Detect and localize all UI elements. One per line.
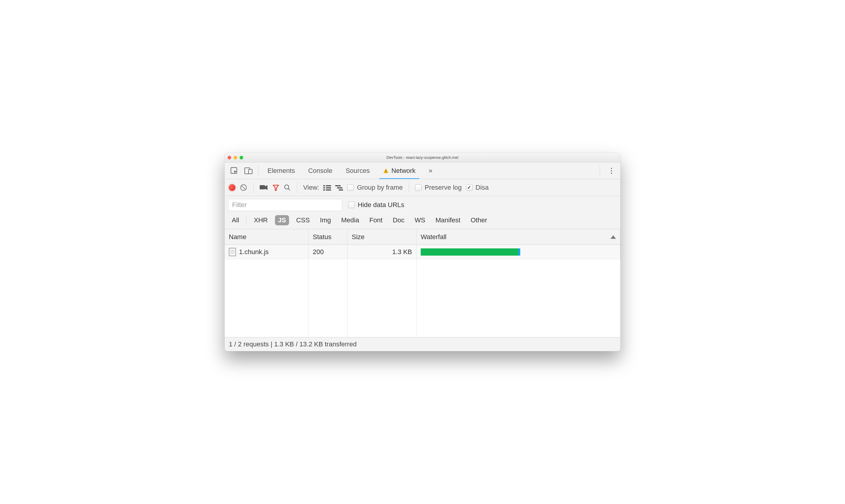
filter-chip-media[interactable]: Media	[338, 215, 362, 225]
filter-chip-font[interactable]: Font	[366, 215, 386, 225]
group-by-frame-option[interactable]: Group by frame	[347, 184, 403, 192]
waterfall-view-toggle[interactable]	[335, 184, 343, 191]
waterfall-bar-content-download	[518, 248, 520, 256]
requests-table-header: Name Status Size Waterfall	[225, 229, 620, 245]
cell-status: 200	[309, 245, 348, 259]
minimize-window-button[interactable]	[233, 156, 237, 159]
search-button[interactable]	[284, 184, 291, 191]
column-header-status[interactable]: Status	[309, 229, 348, 245]
svg-rect-13	[326, 190, 331, 191]
titlebar: DevTools - react-lazy-suspense.glitch.me…	[225, 153, 620, 162]
tab-label: Elements	[267, 167, 295, 175]
separator	[600, 165, 600, 176]
separator	[253, 182, 254, 193]
cell-name: 1.chunk.js	[225, 245, 309, 259]
separator	[297, 182, 297, 193]
tab-console[interactable]: Console	[302, 162, 338, 179]
option-label: Group by frame	[357, 184, 403, 192]
svg-rect-11	[326, 187, 331, 188]
svg-rect-15	[337, 187, 342, 188]
table-row[interactable]: 1.chunk.js 200 1.3 KB	[225, 245, 620, 259]
requests-table-empty-area	[225, 259, 620, 337]
sort-ascending-icon	[611, 235, 616, 239]
script-file-icon	[229, 248, 236, 256]
tab-label: Network	[391, 167, 416, 175]
option-label: Preserve log	[425, 184, 462, 192]
large-rows-toggle[interactable]	[323, 184, 331, 191]
filter-chip-ws[interactable]: WS	[412, 215, 428, 225]
inspect-element-icon[interactable]	[228, 164, 241, 177]
devtools-window: DevTools - react-lazy-suspense.glitch.me…	[225, 153, 620, 351]
filter-chip-css[interactable]: CSS	[293, 215, 313, 225]
filter-toggle-button[interactable]	[272, 184, 280, 191]
capture-screenshots-button[interactable]	[260, 184, 268, 191]
tab-label: Sources	[346, 167, 370, 175]
checkbox-icon	[415, 184, 422, 191]
svg-rect-10	[323, 187, 325, 188]
chevron-double-right-icon: »	[429, 167, 433, 175]
device-toggle-icon[interactable]	[242, 164, 255, 177]
filter-input[interactable]: Filter	[228, 199, 342, 211]
svg-point-7	[285, 185, 289, 189]
checkbox-icon	[348, 202, 355, 208]
svg-rect-14	[335, 185, 341, 186]
option-label: Disa	[476, 184, 489, 192]
panel-tabstrip: Elements Console Sources Network »	[225, 162, 620, 179]
option-label: Hide data URLs	[358, 201, 404, 209]
filter-bar: Filter Hide data URLs	[225, 196, 620, 213]
close-window-button[interactable]	[228, 156, 231, 159]
window-title: DevTools - react-lazy-suspense.glitch.me…	[225, 155, 620, 160]
status-summary: 1 / 2 requests | 1.3 KB / 13.2 KB transf…	[229, 340, 356, 348]
request-name: 1.chunk.js	[239, 248, 269, 256]
status-bar: 1 / 2 requests | 1.3 KB / 13.2 KB transf…	[225, 337, 620, 351]
column-header-name[interactable]: Name	[225, 229, 309, 245]
checkbox-icon	[347, 184, 354, 191]
checkbox-checked-icon	[466, 184, 473, 191]
tabs-overflow-button[interactable]: »	[423, 162, 438, 179]
filter-chip-doc[interactable]: Doc	[390, 215, 407, 225]
resource-type-filters: All XHR JS CSS Img Media Font Doc WS Man…	[225, 213, 620, 229]
separator	[258, 165, 259, 176]
hide-data-urls-option[interactable]: Hide data URLs	[348, 201, 404, 209]
svg-rect-8	[323, 185, 325, 186]
filter-chip-other[interactable]: Other	[468, 215, 490, 225]
window-controls	[228, 156, 243, 159]
tab-sources[interactable]: Sources	[339, 162, 376, 179]
cell-waterfall	[417, 245, 620, 259]
clear-button[interactable]	[240, 184, 247, 192]
svg-rect-2	[249, 169, 252, 174]
more-options-button[interactable]	[605, 165, 617, 177]
column-header-size[interactable]: Size	[348, 229, 417, 245]
filter-chip-all[interactable]: All	[229, 215, 242, 225]
tab-network[interactable]: Network	[377, 162, 422, 179]
svg-rect-9	[326, 185, 331, 186]
zoom-window-button[interactable]	[240, 156, 243, 159]
svg-rect-6	[260, 185, 265, 190]
network-toolbar: View: Group by frame Preserve log	[225, 179, 620, 196]
view-label: View:	[303, 184, 319, 192]
svg-rect-3	[386, 170, 386, 172]
filter-placeholder: Filter	[232, 201, 247, 209]
filter-chip-img[interactable]: Img	[317, 215, 334, 225]
preserve-log-option[interactable]: Preserve log	[415, 184, 462, 192]
disable-cache-option[interactable]: Disa	[466, 184, 489, 192]
filter-chip-js[interactable]: JS	[275, 215, 289, 225]
filter-chip-xhr[interactable]: XHR	[251, 215, 270, 225]
separator	[409, 182, 409, 193]
svg-rect-16	[339, 190, 343, 191]
tab-label: Console	[308, 167, 333, 175]
filter-chip-manifest[interactable]: Manifest	[433, 215, 463, 225]
tab-elements[interactable]: Elements	[262, 162, 301, 179]
svg-rect-4	[386, 172, 386, 173]
cell-size: 1.3 KB	[348, 245, 417, 259]
svg-rect-12	[323, 190, 325, 191]
column-header-waterfall[interactable]: Waterfall	[417, 229, 620, 245]
waterfall-bar	[421, 248, 518, 256]
record-button[interactable]	[229, 184, 235, 191]
warning-icon	[383, 168, 389, 174]
